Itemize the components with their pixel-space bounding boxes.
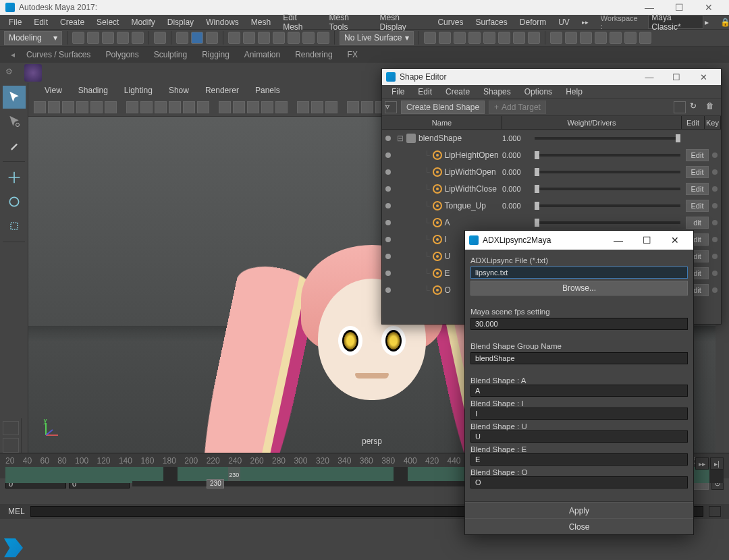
select-vertex-button[interactable] (176, 32, 188, 44)
blend-shape-root-row[interactable]: ⊟blendShape 1.000 (382, 130, 721, 146)
mode-selector[interactable]: Modeling▾ (4, 31, 62, 45)
shelf-tab-animation[interactable]: Animation (237, 47, 288, 63)
adx-minimize-button[interactable]: — (604, 231, 632, 250)
key-icon[interactable] (712, 271, 718, 276)
menu-file[interactable]: File (3, 15, 28, 29)
header-name[interactable]: Name (382, 116, 502, 129)
channel-box-button[interactable] (639, 32, 651, 44)
key-icon[interactable] (712, 186, 718, 192)
vp-grease-button[interactable] (105, 101, 117, 113)
target-edit-button[interactable]: Edit (686, 183, 709, 195)
select-face-button[interactable] (206, 32, 218, 44)
snap-grid-button[interactable] (228, 32, 240, 44)
se-menu-create[interactable]: Create (439, 87, 477, 96)
root-value[interactable]: 1.000 (502, 134, 535, 142)
menu-select[interactable]: Select (90, 15, 125, 29)
select-tool[interactable] (3, 86, 26, 109)
se-close-button[interactable]: ✕ (690, 72, 717, 82)
vp-camera-attr-button[interactable] (48, 101, 60, 113)
target-row[interactable]: └Tongue_Up 0.000 Edit (382, 197, 721, 214)
adx-shape-input[interactable]: U (470, 430, 688, 443)
render-frame-button[interactable] (439, 32, 451, 44)
ipr-button[interactable] (454, 32, 466, 44)
snap-plane-button[interactable] (273, 32, 285, 44)
target-row[interactable]: └LipHeightOpen 0.000 Edit (382, 146, 721, 163)
adx-shape-input[interactable]: O (470, 476, 688, 488)
vp-lights-button[interactable] (261, 101, 273, 113)
menu-mesh-display[interactable]: Mesh Display (374, 15, 432, 29)
maya-home-icon[interactable] (4, 538, 23, 557)
layout-single-button[interactable] (3, 421, 19, 435)
se-maximize-button[interactable]: ☐ (663, 72, 690, 82)
se-menu-help[interactable]: Help (559, 87, 589, 96)
range-current[interactable]: 230 (207, 479, 224, 488)
vp-isolate-button[interactable] (297, 101, 309, 113)
key-icon[interactable] (712, 220, 718, 225)
save-scene-button[interactable] (102, 32, 114, 44)
target-slider[interactable] (535, 221, 680, 224)
adx-group-input[interactable]: blendShape (470, 352, 688, 364)
target-edit-button[interactable]: Edit (686, 149, 709, 161)
shelf-tab-fx[interactable]: FX (340, 47, 365, 63)
render-layer-button[interactable] (498, 32, 510, 44)
menu-modify[interactable]: Modify (125, 15, 161, 29)
vp-gate-mask-button[interactable] (169, 101, 181, 113)
adx-browse-button[interactable]: Browse... (470, 281, 688, 296)
attribute-editor-button[interactable] (610, 32, 622, 44)
content-browser-button[interactable] (580, 32, 592, 44)
open-scene-button[interactable] (87, 32, 99, 44)
gear-icon[interactable]: ⚙ (5, 67, 18, 79)
vp-bookmark-button[interactable] (62, 101, 74, 113)
se-menu-shapes[interactable]: Shapes (477, 87, 518, 96)
menu-mesh-tools[interactable]: Mesh Tools (323, 15, 373, 29)
key-icon[interactable] (712, 169, 718, 175)
header-key[interactable]: Key (705, 116, 721, 129)
vp-smooth-shade-button[interactable] (233, 101, 245, 113)
vp-shadows-button[interactable] (275, 101, 288, 113)
vp-film-gate-button[interactable] (140, 101, 153, 113)
menu-curves[interactable]: Curves (431, 15, 469, 29)
menu-edit[interactable]: Edit (28, 15, 54, 29)
menu-create[interactable]: Create (54, 15, 90, 29)
se-menu-file[interactable]: File (385, 87, 411, 96)
workspace-selector[interactable]: Maya Classic* (648, 15, 703, 29)
adx-maximize-button[interactable]: ☐ (632, 231, 661, 250)
shelf-tab-curves-surfaces[interactable]: Curves / Surfaces (19, 47, 98, 63)
undo-button[interactable] (117, 32, 129, 44)
se-delete-button[interactable]: 🗑 (706, 101, 718, 113)
adx-shape-input[interactable]: I (470, 408, 688, 420)
snap-view-button[interactable] (288, 32, 300, 44)
target-edit-button[interactable]: dit (686, 217, 709, 229)
se-new-group-button[interactable] (674, 101, 686, 113)
target-row[interactable]: └A dit (382, 214, 721, 231)
vp-safe-action-button[interactable] (197, 101, 209, 113)
target-edit-button[interactable]: Edit (686, 166, 709, 178)
lock-icon[interactable]: 🔒 (714, 18, 726, 27)
hypergraph-button[interactable] (595, 32, 607, 44)
vp-menu-view[interactable]: View (36, 86, 70, 95)
snap-point-button[interactable] (258, 32, 270, 44)
live-surface-selector[interactable]: No Live Surface▾ (340, 31, 414, 45)
key-icon[interactable] (712, 237, 718, 242)
vp-menu-shading[interactable]: Shading (70, 86, 116, 95)
snap-curve-button[interactable] (243, 32, 255, 44)
render-view-button[interactable] (424, 32, 436, 44)
vp-textured-button[interactable] (247, 101, 259, 113)
target-value[interactable]: 0.000 (502, 168, 535, 176)
adx-apply-button[interactable]: Apply (465, 502, 693, 518)
vp-field-chart-button[interactable] (183, 101, 195, 113)
adx-titlebar[interactable]: ADXLipsync2Maya — ☐ ✕ (465, 231, 693, 250)
menu-windows[interactable]: Windows (200, 15, 245, 29)
vp-2d-pan-button[interactable] (90, 101, 103, 113)
se-refresh-button[interactable]: ↻ (690, 101, 702, 113)
target-value[interactable]: 0.000 (502, 202, 535, 210)
menu-display[interactable]: Display (161, 15, 200, 29)
graph-editor-button[interactable] (565, 32, 577, 44)
lasso-tool[interactable] (3, 110, 26, 133)
select-edge-button[interactable] (191, 32, 203, 44)
go-end-button[interactable]: ▸| (710, 457, 724, 470)
se-menu-edit[interactable]: Edit (411, 87, 439, 96)
header-weight[interactable]: Weight/Drivers (502, 116, 682, 129)
vp-menu-lighting[interactable]: Lighting (116, 86, 161, 95)
light-editor-button[interactable] (513, 32, 525, 44)
